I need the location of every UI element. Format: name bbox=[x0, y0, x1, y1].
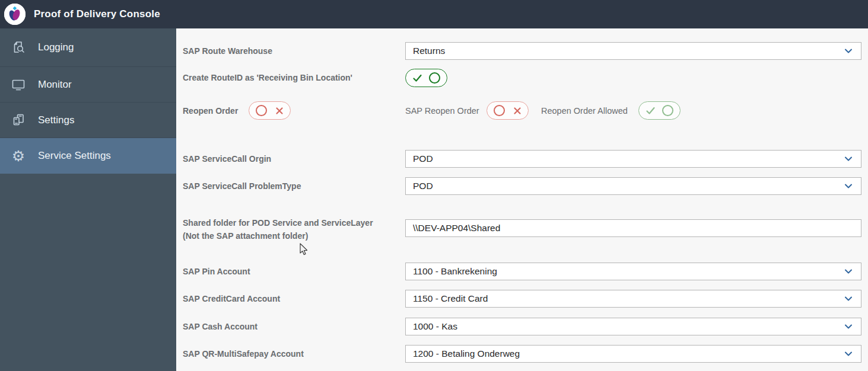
reopen-order-label: Reopen Order bbox=[183, 105, 238, 116]
sidebar-item-label: Settings bbox=[38, 114, 74, 126]
sidebar-nav: Logging Monitor Settings bbox=[0, 28, 176, 371]
toggle-knob bbox=[429, 72, 440, 84]
shared-folder-label: Shared folder for POD Service and Servic… bbox=[183, 216, 396, 242]
sap-route-warehouse-select[interactable]: Returns bbox=[405, 42, 861, 60]
selected-value: POD bbox=[413, 153, 433, 164]
create-routeid-toggle-on[interactable] bbox=[405, 69, 447, 87]
tulip-logo-icon bbox=[4, 4, 26, 25]
sap-reopen-order-label: SAP Reopen Order bbox=[405, 105, 479, 116]
document-search-icon bbox=[9, 40, 27, 55]
shared-folder-label-line1: Shared folder for POD Service and Servic… bbox=[183, 218, 373, 228]
sap-qr-multisafepay-account-select[interactable]: 1200 - Betaling Onderweg bbox=[405, 345, 861, 363]
sap-servicecall-problemtype-label: SAP ServiceCall ProblemType bbox=[183, 181, 301, 191]
selected-value: POD bbox=[413, 181, 433, 191]
mouse-cursor-icon bbox=[300, 243, 309, 260]
monitor-icon bbox=[9, 77, 27, 92]
sidebar-item-monitor[interactable]: Monitor bbox=[0, 67, 176, 103]
reopen-order-allowed-label: Reopen Order Allowed bbox=[541, 105, 628, 116]
chevron-down-icon bbox=[843, 266, 854, 277]
chevron-down-icon bbox=[843, 46, 854, 56]
toggle-knob bbox=[256, 105, 267, 116]
toggle-knob bbox=[662, 105, 673, 116]
selected-value: 1200 - Betaling Onderweg bbox=[413, 348, 520, 359]
sap-pin-account-select[interactable]: 1100 - Bankrekening bbox=[405, 263, 861, 280]
chevron-down-icon bbox=[843, 321, 854, 332]
gear-icon: ⚙ bbox=[9, 149, 27, 163]
shared-folder-input[interactable] bbox=[405, 219, 861, 237]
sap-creditcard-account-select[interactable]: 1150 - Credit Card bbox=[405, 290, 861, 308]
check-icon bbox=[412, 73, 422, 83]
chevron-down-icon bbox=[843, 348, 854, 359]
reopen-order-allowed-toggle-on[interactable] bbox=[638, 101, 681, 120]
sidebar-item-service-settings[interactable]: ⚙ Service Settings bbox=[0, 138, 176, 174]
chevron-down-icon bbox=[843, 293, 854, 304]
shared-folder-label-line2: (Not the SAP attachment folder) bbox=[183, 231, 308, 241]
chevron-down-icon bbox=[843, 181, 854, 191]
sap-servicecall-origin-label: SAP ServiceCall Orgin bbox=[183, 153, 271, 164]
sap-servicecall-problemtype-select[interactable]: POD bbox=[405, 177, 861, 195]
selected-value: 1150 - Credit Card bbox=[413, 293, 488, 304]
toggle-knob bbox=[494, 105, 505, 116]
selected-value: Returns bbox=[413, 46, 445, 56]
selected-value: 1100 - Bankrekening bbox=[413, 266, 497, 277]
create-routeid-label: Create RouteID as 'Receiving Bin Locatio… bbox=[183, 72, 352, 83]
sap-cash-account-select[interactable]: 1000 - Kas bbox=[405, 318, 861, 335]
reopen-order-toggle-off[interactable] bbox=[249, 101, 291, 120]
sap-reopen-order-toggle-off[interactable] bbox=[487, 101, 529, 120]
sap-servicecall-origin-select[interactable]: POD bbox=[405, 150, 861, 168]
page-title: Proof of Delivery Console bbox=[34, 8, 160, 20]
proof-of-delivery-console-window: Proof of Delivery Console Logging Monito… bbox=[0, 0, 868, 371]
x-icon bbox=[513, 107, 522, 115]
sidebar-item-label: Service Settings bbox=[38, 150, 111, 162]
sap-creditcard-account-label: SAP CreditCard Account bbox=[183, 293, 280, 304]
sidebar-item-settings[interactable]: Settings bbox=[0, 103, 176, 138]
chevron-down-icon bbox=[843, 153, 854, 164]
devices-icon bbox=[9, 113, 27, 128]
app-header: Proof of Delivery Console bbox=[0, 0, 868, 28]
sidebar-item-label: Logging bbox=[38, 41, 74, 53]
app-logo bbox=[4, 4, 26, 25]
sidebar-item-label: Monitor bbox=[38, 79, 72, 91]
sap-cash-account-label: SAP Cash Account bbox=[183, 321, 257, 332]
service-settings-form: SAP Route Warehouse Returns Create Route… bbox=[176, 28, 868, 371]
selected-value: 1000 - Kas bbox=[413, 321, 457, 332]
sap-qr-multisafepay-account-label: SAP QR-MultiSafepay Account bbox=[183, 348, 304, 359]
sidebar-item-logging[interactable]: Logging bbox=[0, 28, 176, 67]
sap-route-warehouse-label: SAP Route Warehouse bbox=[183, 46, 272, 56]
x-icon bbox=[275, 107, 284, 115]
sap-pin-account-label: SAP Pin Account bbox=[183, 266, 250, 277]
check-icon bbox=[646, 106, 656, 116]
